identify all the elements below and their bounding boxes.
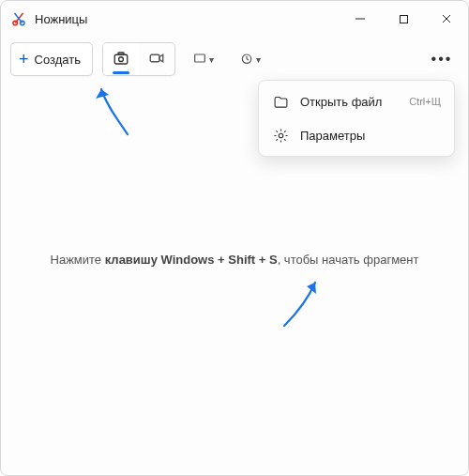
svg-marker-17 <box>96 89 109 99</box>
hint-text: Нажмите клавишу Windows + Shift + S, что… <box>1 253 468 267</box>
photo-mode-button[interactable] <box>103 43 139 75</box>
capture-mode-group <box>102 42 175 76</box>
more-menu: Открыть файл Ctrl+Щ Параметры <box>258 80 455 157</box>
camera-icon <box>113 50 129 69</box>
hint-suffix: , чтобы начать фрагмент <box>278 253 419 267</box>
new-snip-label: Создать <box>35 53 81 67</box>
video-mode-button[interactable] <box>139 43 174 75</box>
maximize-button[interactable] <box>382 1 425 37</box>
svg-point-16 <box>279 133 283 138</box>
gear-icon <box>272 127 289 144</box>
delay-button[interactable]: ▾ <box>232 43 269 75</box>
snip-shape-button[interactable]: ▾ <box>185 43 222 75</box>
app-window: Ножницы + Создать <box>0 0 469 476</box>
svg-rect-10 <box>118 53 124 54</box>
svg-line-15 <box>247 58 249 59</box>
titlebar: Ножницы <box>1 1 468 37</box>
app-icon <box>10 10 27 27</box>
menu-item-label: Параметры <box>300 129 365 143</box>
chevron-down-icon: ▾ <box>256 54 261 65</box>
close-button[interactable] <box>425 1 468 37</box>
rectangle-icon <box>192 51 207 69</box>
clock-icon <box>239 51 254 69</box>
menu-item-shortcut: Ctrl+Щ <box>409 96 441 107</box>
svg-rect-11 <box>150 54 159 62</box>
annotation-arrow <box>90 78 146 146</box>
chevron-down-icon: ▾ <box>209 54 214 65</box>
menu-item-label: Открыть файл <box>300 95 382 109</box>
menu-item-open-file[interactable]: Открыть файл Ctrl+Щ <box>263 84 450 118</box>
plus-icon: + <box>19 51 29 68</box>
hint-bold: клавишу Windows + Shift + S <box>105 253 278 267</box>
video-icon <box>148 50 165 69</box>
menu-item-settings[interactable]: Параметры <box>263 118 450 152</box>
window-controls <box>339 1 468 37</box>
svg-point-9 <box>119 56 124 61</box>
more-button[interactable]: ••• <box>425 43 459 75</box>
toolbar: + Создать <box>1 37 468 82</box>
app-title: Ножницы <box>35 12 87 26</box>
more-icon: ••• <box>431 51 453 68</box>
folder-icon <box>272 93 289 110</box>
hint-prefix: Нажмите <box>51 253 105 267</box>
annotation-arrow <box>273 271 339 340</box>
new-snip-button[interactable]: + Создать <box>10 42 93 76</box>
svg-rect-8 <box>114 54 128 64</box>
svg-rect-12 <box>195 54 205 62</box>
svg-rect-5 <box>400 15 407 23</box>
minimize-button[interactable] <box>339 1 382 37</box>
svg-marker-19 <box>307 283 316 294</box>
